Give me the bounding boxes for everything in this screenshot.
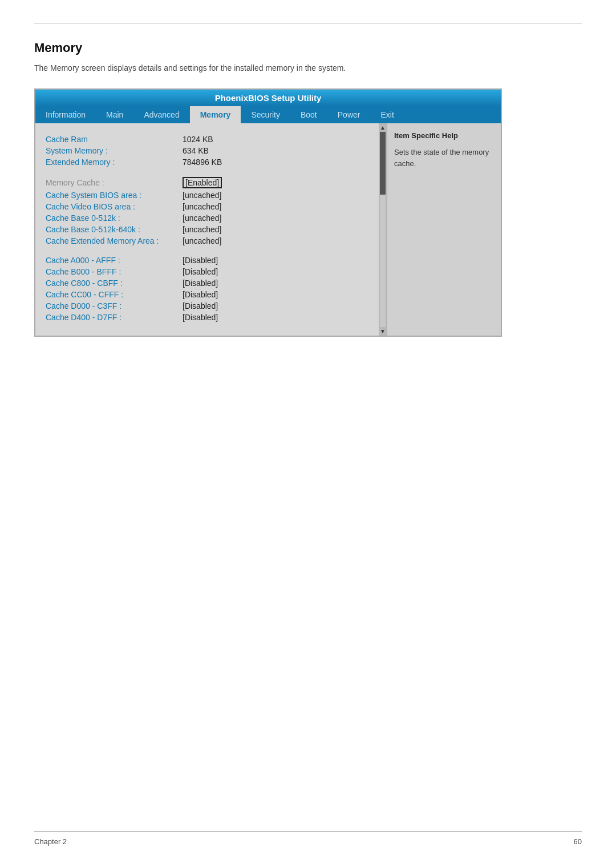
scrollbar-down-arrow[interactable]: ▼	[380, 328, 386, 334]
nav-item-exit[interactable]: Exit	[370, 106, 404, 123]
setting-cache-system-bios[interactable]: Cache System BIOS area : [uncached]	[46, 191, 368, 200]
scrollbar-track	[380, 132, 386, 327]
scrollbar-up-arrow[interactable]: ▲	[380, 124, 386, 131]
value-cache-d000[interactable]: [Disabled]	[183, 301, 218, 310]
label-cache-video-bios: Cache Video BIOS area :	[46, 202, 177, 211]
label-cache-base-512k: Cache Base 0-512k :	[46, 213, 177, 223]
label-cache-b000: Cache B000 - BFFF :	[46, 267, 177, 276]
label-cache-system-bios: Cache System BIOS area :	[46, 191, 177, 200]
label-cache-d400: Cache D400 - D7FF :	[46, 313, 177, 322]
setting-cache-video-bios[interactable]: Cache Video BIOS area : [uncached]	[46, 202, 368, 211]
label-cache-c800: Cache C800 - CBFF :	[46, 279, 177, 288]
top-rule	[34, 23, 582, 23]
bios-titlebar: PhoenixBIOS Setup Utility	[35, 90, 501, 106]
setting-cache-b000[interactable]: Cache B000 - BFFF : [Disabled]	[46, 267, 368, 276]
setting-cache-ram: Cache Ram 1024 KB	[46, 135, 368, 144]
value-cache-extended[interactable]: [uncached]	[183, 236, 222, 245]
page-container: Memory The Memory screen displays detail…	[0, 0, 616, 371]
label-cache-ram: Cache Ram	[46, 135, 177, 144]
label-extended-memory: Extended Memory :	[46, 158, 177, 167]
nav-item-boot[interactable]: Boot	[290, 106, 327, 123]
nav-item-memory[interactable]: Memory	[190, 106, 241, 123]
value-cache-system-bios[interactable]: [uncached]	[183, 191, 222, 200]
bios-content: Cache Ram 1024 KB System Memory : 634 KB…	[35, 123, 501, 336]
nav-item-power[interactable]: Power	[327, 106, 371, 123]
footer-chapter: Chapter 2	[34, 837, 67, 846]
value-cache-a000[interactable]: [Disabled]	[183, 256, 218, 265]
setting-extended-memory: Extended Memory : 784896 KB	[46, 158, 368, 167]
setting-cache-base-512k[interactable]: Cache Base 0-512k : [uncached]	[46, 213, 368, 223]
setting-cache-d000[interactable]: Cache D000 - C3FF : [Disabled]	[46, 301, 368, 310]
label-cache-a000: Cache A000 - AFFF :	[46, 256, 177, 265]
setting-cache-base-512k-640k[interactable]: Cache Base 0-512k-640k : [uncached]	[46, 225, 368, 234]
footer-page: 60	[574, 837, 582, 846]
scrollbar[interactable]: ▲ ▼	[379, 123, 387, 336]
setting-cache-a000[interactable]: Cache A000 - AFFF : [Disabled]	[46, 256, 368, 265]
value-cache-ram: 1024 KB	[183, 135, 213, 144]
label-system-memory: System Memory :	[46, 146, 177, 155]
nav-item-main[interactable]: Main	[96, 106, 133, 123]
spacer-1	[46, 169, 368, 177]
bios-help-text: Sets the state of the memory cache.	[394, 147, 494, 169]
setting-cache-c800[interactable]: Cache C800 - CBFF : [Disabled]	[46, 279, 368, 288]
value-system-memory: 634 KB	[183, 146, 209, 155]
scrollbar-thumb[interactable]	[380, 132, 386, 195]
bios-help-title: Item Specific Help	[394, 131, 494, 140]
setting-cache-d400[interactable]: Cache D400 - D7FF : [Disabled]	[46, 313, 368, 322]
page-heading: Memory	[34, 41, 582, 55]
nav-item-advanced[interactable]: Advanced	[133, 106, 189, 123]
setting-system-memory: System Memory : 634 KB	[46, 146, 368, 155]
bios-help-panel: Item Specific Help Sets the state of the…	[387, 123, 501, 336]
value-cache-base-512k[interactable]: [uncached]	[183, 213, 222, 223]
spacer-2	[46, 248, 368, 256]
label-memory-cache: Memory Cache :	[46, 178, 177, 187]
setting-memory-cache[interactable]: Memory Cache : [Enabled]	[46, 177, 368, 188]
value-cache-d400[interactable]: [Disabled]	[183, 313, 218, 322]
value-cache-c800[interactable]: [Disabled]	[183, 279, 218, 288]
label-cache-cc00: Cache CC00 - CFFF :	[46, 290, 177, 299]
setting-cache-extended[interactable]: Cache Extended Memory Area : [uncached]	[46, 236, 368, 245]
label-cache-extended: Cache Extended Memory Area :	[46, 236, 177, 245]
nav-item-information[interactable]: Information	[35, 106, 96, 123]
bios-main: Cache Ram 1024 KB System Memory : 634 KB…	[35, 123, 379, 336]
value-cache-cc00[interactable]: [Disabled]	[183, 290, 218, 299]
value-cache-base-512k-640k[interactable]: [uncached]	[183, 225, 222, 234]
value-cache-b000[interactable]: [Disabled]	[183, 267, 218, 276]
page-footer: Chapter 2 60	[34, 831, 582, 846]
label-cache-base-512k-640k: Cache Base 0-512k-640k :	[46, 225, 177, 234]
value-extended-memory: 784896 KB	[183, 158, 222, 167]
value-cache-video-bios[interactable]: [uncached]	[183, 202, 222, 211]
bios-nav: Information Main Advanced Memory Securit…	[35, 106, 501, 123]
setting-cache-cc00[interactable]: Cache CC00 - CFFF : [Disabled]	[46, 290, 368, 299]
value-memory-cache[interactable]: [Enabled]	[183, 177, 222, 188]
nav-item-security[interactable]: Security	[241, 106, 290, 123]
page-description: The Memory screen displays details and s…	[34, 63, 582, 72]
label-cache-d000: Cache D000 - C3FF :	[46, 301, 177, 310]
bios-box: PhoenixBIOS Setup Utility Information Ma…	[34, 88, 502, 337]
